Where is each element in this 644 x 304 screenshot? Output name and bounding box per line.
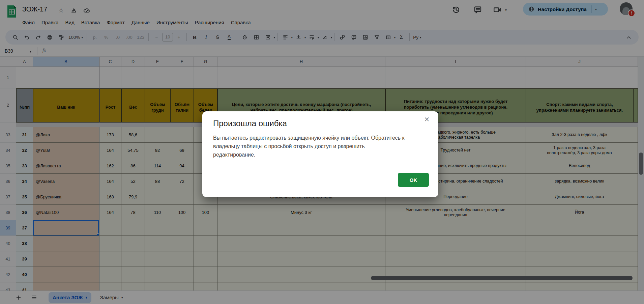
- error-dialog: Произошла ошибка ✕ Вы пытаетесь редактир…: [202, 111, 438, 197]
- dialog-title: Произошла ошибка: [213, 119, 438, 128]
- close-icon[interactable]: ✕: [423, 115, 431, 123]
- ok-button[interactable]: OK: [398, 173, 429, 187]
- dialog-body: Вы пытаетесь редактировать защищенную яч…: [213, 134, 428, 159]
